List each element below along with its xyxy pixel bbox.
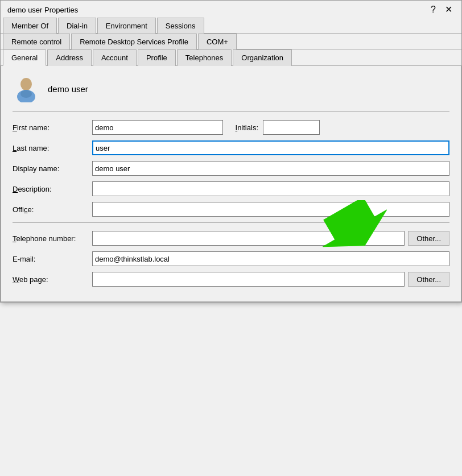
dialog-window: demo user Properties ? ✕ Member Of Dial-… [0, 0, 462, 303]
tab-address[interactable]: Address [47, 49, 92, 66]
tab-profile[interactable]: Profile [138, 49, 176, 66]
close-button[interactable]: ✕ [443, 5, 455, 14]
tab-remote-desktop[interactable]: Remote Desktop Services Profile [71, 34, 197, 49]
telephone-row: Telephone number: Other... [13, 231, 449, 246]
help-button[interactable]: ? [428, 5, 438, 14]
tab-account[interactable]: Account [93, 49, 137, 66]
tab-environment[interactable]: Environment [97, 18, 156, 34]
telephone-input[interactable] [92, 231, 405, 246]
svg-point-2 [20, 90, 32, 98]
separator-2 [13, 222, 449, 223]
tab-com-plus[interactable]: COM+ [198, 34, 237, 49]
web-page-other-button[interactable]: Other... [408, 272, 449, 287]
last-name-label: Last name: [13, 144, 92, 152]
tabs-row-1: Member Of Dial-in Environment Sessions [1, 18, 461, 34]
tab-dial-in[interactable]: Dial-in [58, 18, 96, 34]
tab-general[interactable]: General [3, 49, 46, 66]
dialog-title: demo user Properties [7, 6, 78, 14]
tab-sessions[interactable]: Sessions [157, 18, 204, 34]
telephone-input-container [92, 231, 405, 246]
tabs-row-2: Remote control Remote Desktop Services P… [1, 34, 461, 49]
user-display-name: demo user [48, 84, 88, 94]
office-input[interactable] [92, 202, 449, 217]
description-row: Description: [13, 181, 449, 196]
first-name-label: First name: [13, 123, 92, 132]
tab-remote-control[interactable]: Remote control [3, 34, 70, 49]
web-page-row: Web page: Other... [13, 272, 449, 287]
web-page-label: Web page: [13, 275, 92, 284]
display-name-label: Display name: [13, 164, 92, 173]
title-bar: demo user Properties ? ✕ [1, 1, 461, 18]
initials-input[interactable] [263, 120, 320, 135]
first-name-input[interactable] [92, 120, 223, 135]
office-row: Office: [13, 202, 449, 217]
tab-telephones[interactable]: Telephones [177, 49, 232, 66]
description-input[interactable] [92, 181, 449, 196]
telephone-label: Telephone number: [13, 234, 92, 243]
tabs-row-3: General Address Account Profile Telephon… [1, 49, 461, 66]
display-name-row: Display name: [13, 161, 449, 176]
tab-organization[interactable]: Organization [233, 49, 292, 66]
user-avatar-icon [13, 75, 40, 102]
last-name-row: Last name: [13, 140, 449, 155]
content-area: demo user First name: Initials: Last nam… [1, 66, 461, 302]
telephone-other-button[interactable]: Other... [408, 231, 449, 246]
svg-point-0 [20, 78, 32, 90]
office-label: Office: [13, 205, 92, 214]
user-header: demo user [13, 75, 449, 102]
title-bar-controls: ? ✕ [428, 5, 455, 14]
first-name-row: First name: Initials: [13, 120, 449, 135]
email-label: E-mail: [13, 255, 92, 263]
initials-label: Initials: [223, 123, 263, 132]
last-name-input[interactable] [92, 140, 449, 155]
description-label: Description: [13, 185, 92, 193]
web-page-input[interactable] [92, 272, 405, 287]
display-name-input[interactable] [92, 161, 449, 176]
tabs-area: Member Of Dial-in Environment Sessions R… [1, 18, 461, 66]
email-input[interactable] [92, 251, 449, 266]
tab-member-of[interactable]: Member Of [3, 18, 57, 34]
separator-1 [13, 111, 449, 112]
email-row: E-mail: [13, 251, 449, 266]
